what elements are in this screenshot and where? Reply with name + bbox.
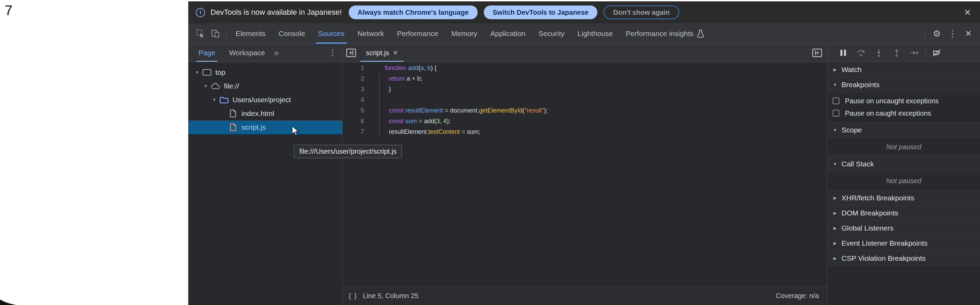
section-label: Scope (842, 126, 862, 134)
deactivate-breakpoints-icon[interactable] (928, 49, 946, 57)
device-toolbar-icon[interactable] (211, 29, 220, 38)
tree-item-file-scheme[interactable]: ▼file:// (188, 79, 342, 93)
section-header-scope[interactable]: ▼Scope (827, 123, 980, 137)
tab-lighthouse[interactable]: Lighthouse (571, 23, 619, 43)
triangle-down-icon: ▼ (832, 161, 837, 166)
panel-tabs: ElementsConsoleSourcesNetworkPerformance… (229, 23, 711, 43)
dont-show-again-button[interactable]: Don't show again (603, 5, 679, 19)
step-icon[interactable] (905, 49, 923, 57)
tree-item-project-folder[interactable]: ▼Users/user/project (188, 93, 342, 107)
sources-panel: PageWorkspace» ⋮ ▼top▼file://▼Users/user… (188, 44, 980, 305)
checkbox-label: Pause on uncaught exceptions (845, 97, 939, 105)
toolbar-separator (925, 29, 925, 39)
line-number[interactable]: 5 (342, 107, 364, 114)
info-icon: i (196, 8, 205, 17)
code-text: resultElement.textContent = sum; (364, 128, 480, 136)
tab-label: Console (279, 29, 305, 38)
tree-item-index-html[interactable]: index.html (188, 107, 342, 120)
line-number[interactable]: 6 (342, 118, 364, 125)
tab-label: Performance insights (626, 29, 693, 38)
step-over-icon[interactable] (852, 49, 870, 57)
code-line-2[interactable]: 2return a + b; (342, 73, 827, 84)
section-header-breakpoints[interactable]: ▼Breakpoints (827, 77, 980, 92)
panel-right-toggle-icon[interactable] (812, 48, 822, 57)
cursor-position-text: Line 5, Column 25 (363, 292, 418, 300)
gear-icon[interactable]: ⚙ (930, 29, 943, 38)
tab-security[interactable]: Security (532, 23, 571, 43)
section-label: Event Listener Breakpoints (842, 239, 928, 248)
inspect-element-icon[interactable] (196, 29, 205, 38)
section-label: CSP Violation Breakpoints (842, 254, 926, 262)
line-number[interactable]: 4 (342, 96, 364, 104)
code-line-5[interactable]: 5const resultElement = document.getEleme… (342, 105, 827, 116)
section-header-call-stack[interactable]: ▼Call Stack (827, 156, 980, 172)
pause-caught-checkbox[interactable] (832, 110, 839, 117)
line-number[interactable]: 7 (342, 128, 364, 136)
code-line-7[interactable]: 7resultElement.textContent = sum; (342, 126, 827, 137)
toolbar-separator (926, 48, 926, 57)
pause-caught-row[interactable]: Pause on caught exceptions (832, 107, 980, 120)
mouse-cursor (291, 126, 301, 137)
tab-console[interactable]: Console (272, 23, 312, 43)
code-text: const sum = add(3, 4); (364, 118, 450, 125)
code-text: const resultElement = document.getElemen… (364, 107, 548, 114)
debugger-sidebar: ▶Watch▼BreakpointsPause on uncaught exce… (827, 44, 980, 305)
tree-item-top[interactable]: ▼top (188, 65, 342, 79)
code-text: function add(a, b) { (364, 64, 436, 72)
code-editor[interactable]: 1function add(a, b) {2return a + b;3}45c… (342, 62, 827, 286)
toolbar-right: ⚙ ⋮ ✕ (922, 29, 975, 39)
code-line-1[interactable]: 1function add(a, b) { (342, 63, 827, 73)
tab-elements[interactable]: Elements (229, 23, 272, 43)
expander-triangle-icon[interactable]: ▼ (194, 70, 200, 75)
close-devtools-icon[interactable]: ✕ (961, 29, 975, 38)
pause-icon[interactable] (834, 49, 852, 57)
triangle-right-icon: ▶ (832, 196, 837, 200)
line-number[interactable]: 3 (342, 86, 364, 93)
triangle-down-icon: ▼ (832, 128, 837, 133)
tab-performance[interactable]: Performance (391, 23, 445, 43)
always-match-language-button[interactable]: Always match Chrome's language (349, 5, 478, 19)
panel-left-toggle-icon[interactable] (346, 48, 356, 57)
code-line-4[interactable]: 4 (342, 95, 827, 105)
file-icon-orange (228, 123, 238, 131)
pause-uncaught-checkbox[interactable] (832, 97, 839, 104)
section-header-dom-breakpoints[interactable]: ▶DOM Breakpoints (827, 206, 980, 220)
section-label: Global Listeners (842, 224, 894, 232)
line-number[interactable]: 2 (342, 75, 364, 82)
triangle-right-icon: ▶ (832, 241, 837, 246)
section-header-watch[interactable]: ▶Watch (827, 62, 980, 77)
editor-tab-close-icon[interactable]: ✕ (393, 49, 398, 57)
tab-application[interactable]: Application (484, 23, 532, 43)
triangle-right-icon: ▶ (832, 67, 837, 72)
banner-close-icon[interactable]: ✕ (964, 8, 971, 17)
section-header-global-listeners[interactable]: ▶Global Listeners (827, 220, 980, 236)
bottom-left-cursor-shape (0, 300, 16, 305)
tab-network[interactable]: Network (351, 23, 391, 43)
expander-triangle-icon[interactable]: ▼ (203, 84, 208, 88)
tab-sources[interactable]: Sources (312, 23, 351, 43)
editor-tab-script-js[interactable]: script.js ✕ (360, 44, 404, 62)
code-line-3[interactable]: 3} (342, 84, 827, 95)
pause-uncaught-row[interactable]: Pause on uncaught exceptions (832, 95, 980, 107)
code-line-6[interactable]: 6const sum = add(3, 4); (342, 116, 827, 126)
switch-to-japanese-button[interactable]: Switch DevTools to Japanese (484, 5, 598, 19)
navigator-kebab-icon[interactable]: ⋮ (328, 48, 337, 57)
step-into-icon[interactable] (870, 49, 888, 57)
kebab-menu-icon[interactable]: ⋮ (946, 29, 959, 38)
navigator-subtab-page[interactable]: Page (196, 44, 217, 62)
section-header-event-listener-breakpoints[interactable]: ▶Event Listener Breakpoints (827, 236, 980, 251)
tab-memory[interactable]: Memory (445, 23, 484, 43)
tab-performance-insights[interactable]: Performance insights (619, 23, 711, 43)
tree-item-script-js[interactable]: script.js (188, 120, 342, 134)
step-out-icon[interactable] (888, 49, 905, 57)
banner-buttons: Always match Chrome's languageSwitch Dev… (349, 5, 679, 19)
navigator-subtab-workspace[interactable]: Workspace (227, 44, 267, 62)
expander-triangle-icon[interactable]: ▼ (212, 97, 217, 102)
more-tabs-chevron-icon[interactable]: » (274, 48, 279, 58)
section-header-csp-violation-breakpoints[interactable]: ▶CSP Violation Breakpoints (827, 251, 980, 266)
tab-label: Application (490, 29, 526, 38)
section-header-xhr-fetch-breakpoints[interactable]: ▶XHR/fetch Breakpoints (827, 190, 980, 206)
tab-label: Elements (235, 29, 266, 38)
file-tree: ▼top▼file://▼Users/user/projectindex.htm… (188, 62, 342, 305)
line-number[interactable]: 1 (342, 64, 364, 72)
